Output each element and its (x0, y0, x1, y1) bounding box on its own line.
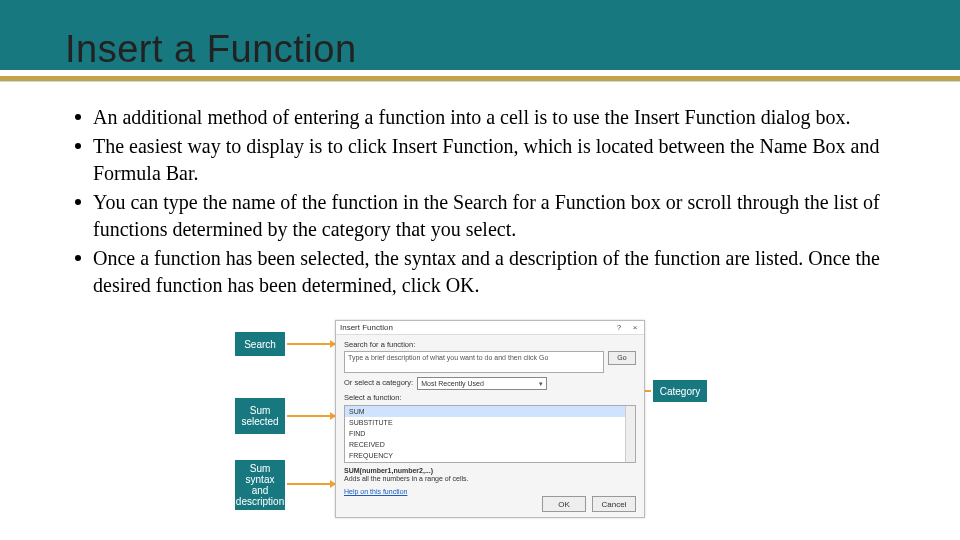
category-label: Or select a category: (344, 378, 413, 387)
title-block: Insert a Function (65, 28, 357, 71)
bullet-dot-icon (75, 199, 81, 205)
arrow-icon (287, 343, 335, 345)
list-item: An additional method of entering a funct… (75, 104, 905, 131)
list-item: The easiest way to display is to click I… (75, 133, 905, 187)
category-value: Most Recently Used (421, 380, 484, 387)
close-icon[interactable]: × (630, 323, 640, 332)
dialog-body: Search for a function: Type a brief desc… (336, 335, 644, 499)
ok-button[interactable]: OK (542, 496, 586, 512)
cancel-button[interactable]: Cancel (592, 496, 636, 512)
search-label: Search for a function: (344, 340, 636, 349)
callout-category: Category (653, 380, 707, 402)
bullet-text: Once a function has been selected, the s… (93, 245, 905, 299)
list-item: You can type the name of the function in… (75, 189, 905, 243)
list-item[interactable]: SUM (345, 406, 635, 417)
go-button[interactable]: Go (608, 351, 636, 365)
dialog-title: Insert Function (340, 323, 393, 332)
function-syntax: SUM(number1,number2,...) (344, 467, 636, 474)
insert-function-dialog: Insert Function ? × Search for a functio… (335, 320, 645, 518)
bullet-list: An additional method of entering a funct… (75, 104, 905, 301)
callout-sum-selected: Sum selected (235, 398, 285, 434)
arrow-icon (287, 415, 335, 417)
title-sub-underline (0, 81, 960, 82)
arrow-icon (287, 483, 335, 485)
list-item: Once a function has been selected, the s… (75, 245, 905, 299)
bullet-text: The easiest way to display is to click I… (93, 133, 905, 187)
dialog-titlebar: Insert Function ? × (336, 321, 644, 335)
page-title: Insert a Function (65, 28, 357, 71)
select-function-label: Select a function: (344, 393, 636, 402)
list-item[interactable]: FREQUENCY (345, 450, 635, 461)
figure: Search Sum selected Sum syntax and descr… (235, 320, 725, 520)
bullet-text: You can type the name of the function in… (93, 189, 905, 243)
callout-sum-syntax: Sum syntax and description (235, 460, 285, 510)
list-item[interactable]: FIND (345, 428, 635, 439)
bullet-dot-icon (75, 114, 81, 120)
bullet-dot-icon (75, 143, 81, 149)
list-item[interactable]: RECEIVED (345, 439, 635, 450)
category-select[interactable]: Most Recently Used ▾ (417, 377, 547, 390)
function-list[interactable]: SUM SUBSTITUTE FIND RECEIVED FREQUENCY (344, 405, 636, 463)
callout-search: Search (235, 332, 285, 356)
scrollbar[interactable] (625, 406, 635, 462)
help-icon[interactable]: ? (614, 323, 624, 332)
search-input[interactable]: Type a brief description of what you wan… (344, 351, 604, 373)
bullet-dot-icon (75, 255, 81, 261)
function-description: Adds all the numbers in a range of cells… (344, 475, 636, 482)
chevron-down-icon: ▾ (539, 380, 543, 388)
list-item[interactable]: SUBSTITUTE (345, 417, 635, 428)
help-link[interactable]: Help on this function (344, 488, 636, 495)
bullet-text: An additional method of entering a funct… (93, 104, 851, 131)
